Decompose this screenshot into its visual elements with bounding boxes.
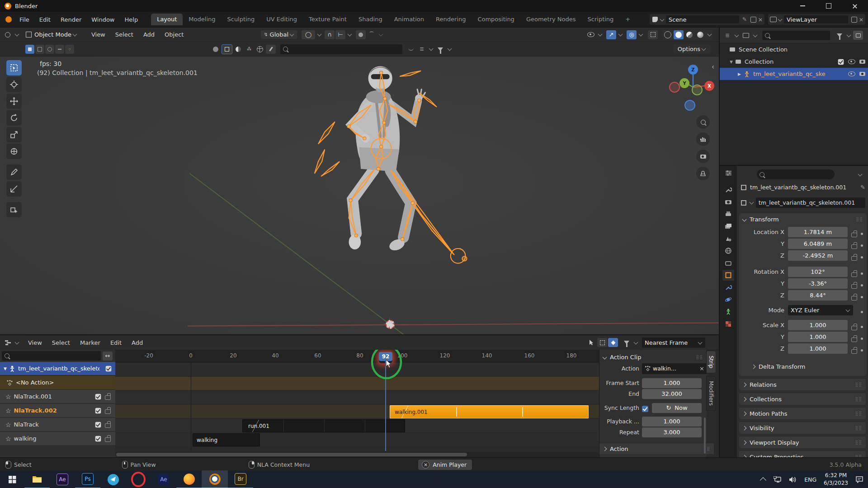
new-scene-icon[interactable] (750, 17, 756, 23)
relations-panel-header[interactable]: Relations⣿⣿ (739, 378, 866, 391)
playback-scale-field[interactable]: 1.000 (642, 417, 702, 427)
pan-hand-button[interactable] (696, 132, 710, 146)
rot-x-field[interactable]: 102° (788, 267, 848, 277)
show-object-types-icon[interactable] (586, 30, 596, 39)
taskbar-opera[interactable] (126, 471, 151, 488)
tool-measure[interactable] (6, 181, 22, 197)
start-button[interactable] (0, 471, 24, 488)
nla-menu-marker[interactable]: Marker (75, 339, 105, 346)
nla-tab-strip[interactable]: Strip (706, 351, 716, 373)
filter-halfsphere-icon[interactable] (233, 45, 243, 54)
hide-eye-icon[interactable] (848, 59, 855, 64)
strip-run-001[interactable]: run.001 (242, 419, 405, 432)
proportional-falloff-icon[interactable]: ⌒ (367, 30, 377, 39)
animate-dot[interactable] (861, 244, 863, 247)
strip-walking-001[interactable]: walking.001 (390, 405, 589, 418)
overlays-toggle-icon[interactable]: ◎ (627, 30, 637, 39)
properties-options-chevron[interactable] (858, 172, 863, 177)
action-clip-panel-header[interactable]: Action Clip⣿⣿ (599, 352, 707, 362)
minimize-button[interactable] (789, 0, 816, 12)
tab-object[interactable] (722, 270, 734, 281)
render-camera-icon[interactable] (859, 72, 865, 76)
delete-scene-icon[interactable] (759, 18, 762, 21)
add-workspace-button[interactable]: + (619, 14, 636, 25)
tab-scene[interactable] (722, 233, 734, 244)
pin-icon[interactable]: ✎ (860, 184, 865, 191)
tool-rotate[interactable] (6, 110, 22, 126)
filter-funnel-icon[interactable] (435, 45, 445, 54)
nla-track-row-4[interactable]: ☆ walking (0, 432, 115, 445)
ortho-toggle-button[interactable] (696, 167, 710, 180)
lock-icon[interactable] (851, 326, 857, 330)
nla-track-row-3[interactable]: ☆ NlaTrack (0, 418, 115, 431)
workspace-tab-modeling[interactable]: Modeling (183, 14, 221, 25)
outliner-row-armature[interactable]: ▶ tm_leet_variantb_qc_ske (720, 68, 868, 80)
timeline-ruler[interactable]: -20 0 20 40 60 80 100 120 140 160 180 (115, 350, 599, 362)
taskbar-blender[interactable] (202, 470, 228, 488)
workspace-tab-geometry-nodes[interactable]: Geometry Nodes (520, 14, 582, 25)
workspace-tab-rendering[interactable]: Rendering (430, 14, 472, 25)
nla-select-box-icon[interactable] (597, 338, 607, 347)
grease-mode-icon-3[interactable] (45, 45, 54, 54)
animate-dot[interactable] (861, 338, 863, 340)
menu-render[interactable]: Render (56, 16, 86, 23)
tool-cursor[interactable] (6, 77, 22, 92)
new-collection-icon[interactable] (853, 31, 863, 40)
filter-brush-icon[interactable] (266, 45, 276, 54)
taskbar-photoshop[interactable]: Ps (75, 470, 100, 488)
delta-transform-header[interactable]: Delta Transform (748, 361, 868, 372)
taskbar-firefox[interactable] (176, 470, 202, 488)
repeat-field[interactable]: 3.000 (642, 427, 702, 437)
gizmo-z-axis[interactable]: Z (688, 65, 698, 75)
tool-select-box[interactable] (6, 60, 22, 75)
nla-no-action-row[interactable]: <No Action> (0, 376, 115, 389)
language-indicator[interactable]: ENG (804, 476, 816, 483)
lock-icon[interactable] (851, 256, 857, 261)
nla-menu-edit[interactable]: Edit (105, 339, 127, 346)
menu-help[interactable]: Help (120, 16, 143, 23)
lock-icon[interactable] (851, 233, 857, 237)
gizmo-x-neg-axis[interactable] (669, 82, 680, 93)
viewport-menu-add[interactable]: Add (138, 31, 160, 38)
gizmo-x-axis[interactable]: X (704, 81, 714, 91)
filter-selectable-icon[interactable] (222, 44, 232, 54)
outliner-viewlayer-icon[interactable] (741, 31, 751, 40)
rotation-mode-dropdown[interactable]: XYZ Euler (788, 305, 853, 315)
snap-mode-dropdown[interactable]: Nearest Frame (642, 338, 705, 348)
lock-icon[interactable] (851, 284, 857, 289)
unlink-action-icon[interactable]: × (699, 365, 704, 372)
track-checkbox[interactable] (95, 394, 101, 399)
nla-search-input[interactable] (2, 351, 101, 361)
unlock-icon[interactable] (105, 409, 111, 414)
nla-keyframe-snap-icon[interactable] (608, 338, 618, 347)
animate-dot[interactable] (861, 284, 863, 286)
sync-length-checkbox[interactable] (642, 406, 648, 412)
magnet-snap-icon[interactable]: ∩ (325, 30, 335, 39)
animate-dot[interactable] (861, 272, 863, 275)
gizmos-toggle-icon[interactable]: ↗ (606, 30, 616, 39)
filter-globe-icon[interactable] (255, 45, 265, 54)
loc-y-field[interactable]: 6.0489 m (788, 239, 848, 249)
frame-start-field[interactable]: 1.000 (642, 378, 702, 388)
lock-icon[interactable] (851, 338, 857, 342)
snap-mode-icon[interactable]: ⊢ (335, 30, 345, 39)
taskbar-after-effects-2[interactable]: Ae (151, 471, 176, 488)
nla-menu-select[interactable]: Select (47, 339, 75, 346)
lock-icon[interactable] (851, 244, 857, 249)
rot-z-field[interactable]: 8.44° (788, 290, 848, 300)
nla-editor-type-icon[interactable] (3, 338, 13, 347)
collection-checkbox[interactable] (838, 59, 844, 65)
outliner-display-mode-icon[interactable]: ☰ (722, 31, 732, 40)
viewport-search-input[interactable] (280, 44, 402, 54)
tab-collection-props[interactable] (722, 258, 734, 268)
blender-menu-icon[interactable] (4, 15, 14, 24)
tab-modifiers[interactable] (722, 282, 734, 293)
tab-world[interactable] (722, 245, 734, 256)
snap-target-icon[interactable]: ◯ (302, 30, 315, 39)
nla-menu-view[interactable]: View (23, 339, 47, 346)
lock-icon[interactable] (851, 349, 857, 354)
track-checkbox[interactable] (95, 436, 101, 441)
character-model[interactable] (280, 56, 475, 312)
tab-output[interactable] (722, 209, 734, 220)
lock-icon[interactable] (851, 296, 857, 300)
